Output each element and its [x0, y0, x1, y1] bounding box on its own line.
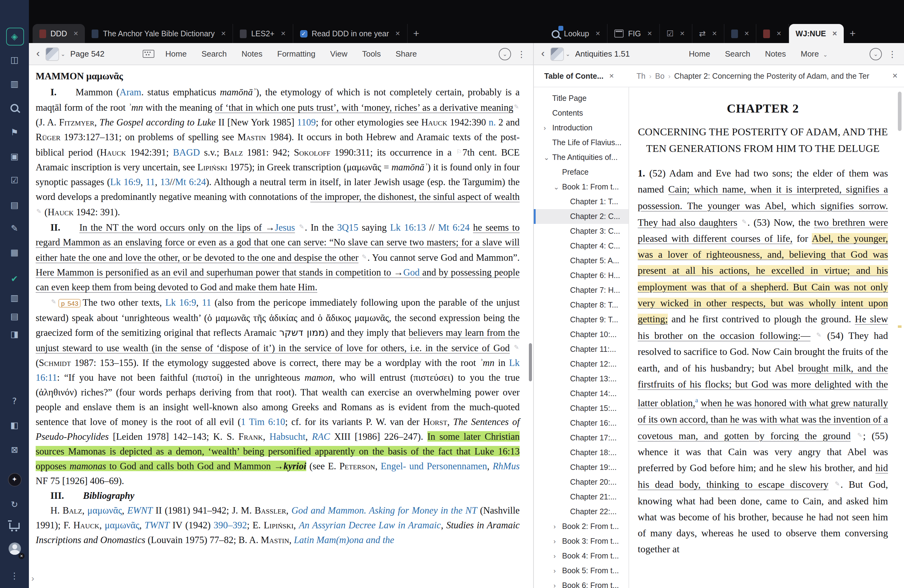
chevron-icon[interactable]: › — [553, 578, 556, 588]
toc-item[interactable]: Title Page — [534, 91, 629, 106]
toc-item[interactable]: › Book 2: From t... — [534, 519, 629, 534]
apps-grid-icon[interactable]: ▦ — [0, 245, 29, 259]
toc-item[interactable]: The Life of Flavius... — [534, 135, 629, 150]
toc-item[interactable]: Chapter 13:... — [534, 371, 629, 386]
chevron-icon[interactable]: ⌄ — [553, 180, 559, 194]
close-icon[interactable]: ✕ — [221, 30, 226, 37]
close-icon[interactable]: ✕ — [832, 30, 837, 37]
text-link[interactable]: God — [403, 267, 419, 277]
menu-search[interactable]: Search — [725, 49, 750, 58]
tab-wjnue[interactable]: WJ:NUE ✕ — [789, 24, 844, 43]
text-link[interactable]: 11 — [202, 297, 211, 308]
close-icon[interactable]: ✕ — [776, 30, 782, 37]
reference-indicator[interactable]: Antiquities 1.51 — [575, 49, 630, 58]
chevron-down-icon[interactable]: ⌄ — [60, 51, 65, 57]
toc-item[interactable]: Chapter 10:... — [534, 327, 629, 342]
toc-item[interactable]: Chapter 20:... — [534, 475, 629, 490]
checklist-icon[interactable]: ☑ — [0, 173, 29, 188]
cart-icon[interactable] — [0, 520, 29, 534]
close-icon[interactable]: ✕ — [886, 72, 904, 80]
text-link[interactable]: God and Mammon. Asking for Money in the … — [291, 505, 477, 515]
layouts-icon[interactable]: ◫ — [0, 52, 29, 67]
text-link[interactable]: 1 Tim 6:10 — [241, 416, 285, 427]
toc-item[interactable]: Chapter 12:... — [534, 357, 629, 371]
tab-parallel[interactable]: ⇄ ✕ — [692, 24, 724, 43]
toc-item[interactable]: ⌄ The Antiquities of... — [534, 150, 629, 165]
panel-expander-icon[interactable]: › — [32, 573, 34, 583]
toc-item[interactable]: Chapter 8: T... — [534, 298, 629, 313]
account-avatar[interactable]: ✕ — [0, 542, 29, 557]
keyboard-icon[interactable] — [143, 50, 154, 58]
chevron-icon[interactable]: › — [553, 519, 556, 534]
text-link[interactable]: Lk 16:9 — [165, 297, 196, 308]
tab-book-2[interactable]: ✕ — [757, 24, 789, 43]
close-icon[interactable]: ✕ — [281, 30, 286, 37]
new-tab-button[interactable]: + — [408, 24, 425, 43]
menu-tools[interactable]: Tools — [362, 49, 381, 58]
toc-item[interactable]: Preface — [534, 165, 629, 180]
toc-item[interactable]: › Book 3: From t... — [534, 534, 629, 548]
text-link[interactable]: μαμωνᾶς — [105, 520, 139, 530]
tab-anchor-yale[interactable]: The Anchor Yale Bible Dictionary ✕ — [85, 24, 233, 43]
text-link[interactable]: 3Q15 — [337, 222, 358, 232]
menu-view[interactable]: View — [330, 49, 348, 58]
text-link[interactable]: RhMus — [493, 461, 520, 471]
sync-status-icon[interactable]: ⌄ — [499, 47, 511, 60]
menu-search[interactable]: Search — [201, 49, 227, 58]
text-link[interactable]: TWNT — [144, 520, 169, 530]
media-icon[interactable]: ◨ — [0, 327, 29, 341]
menu-share[interactable]: Share — [395, 49, 417, 58]
tab-fig[interactable]: FIG ✕ — [608, 24, 659, 43]
toc-item[interactable]: Chapter 11:... — [534, 342, 629, 357]
toc-item[interactable]: Chapter 2: C... — [534, 209, 629, 224]
close-icon[interactable]: ✕ — [712, 30, 717, 37]
scrollbar-thumb[interactable] — [898, 92, 902, 131]
back-button[interactable]: ‹ — [534, 47, 550, 60]
close-icon[interactable]: ✕ — [744, 30, 749, 37]
toc-item[interactable]: Chapter 3: C... — [534, 224, 629, 239]
text-link[interactable]: BAGD — [173, 147, 200, 158]
close-icon[interactable]: ✕ — [647, 30, 653, 37]
menu-home[interactable]: Home — [166, 49, 186, 58]
document-icon[interactable]: ▤ — [0, 198, 29, 212]
text-link[interactable]: Mt 6:24 — [175, 177, 206, 187]
chevron-icon[interactable]: › — [544, 120, 546, 135]
more-icon[interactable]: ⋮ — [0, 568, 29, 583]
help-icon[interactable]: ? — [0, 394, 29, 408]
close-icon[interactable]: ✕ — [680, 30, 685, 37]
guides-icon[interactable]: ⚑ — [0, 125, 29, 140]
library-3-icon[interactable]: ▤ — [0, 309, 29, 324]
menu-home[interactable]: Home — [689, 49, 710, 58]
toc-item[interactable]: Chapter 19:... — [534, 460, 629, 475]
toc-item[interactable]: ⌄ Book 1: From t... — [534, 180, 629, 194]
sync-status-icon[interactable]: ⌄ — [869, 47, 882, 60]
text-link[interactable]: Aram — [120, 87, 141, 97]
search-icon[interactable] — [0, 100, 29, 115]
tasks-check-icon[interactable]: ✔ — [0, 271, 29, 286]
tab-lookup[interactable]: Lookup ✕ — [545, 24, 608, 43]
text-link[interactable]: a — [695, 397, 698, 403]
toc-item[interactable]: Contents — [534, 106, 629, 120]
library-icon[interactable]: ▥ — [0, 76, 29, 91]
toc-item[interactable]: Chapter 5: A... — [534, 253, 629, 268]
text-link[interactable]: Lk 16:9 — [110, 177, 141, 187]
toc-item[interactable]: › Introduction — [534, 120, 629, 135]
scrollbar-thumb[interactable] — [529, 343, 532, 381]
chevron-icon[interactable]: ⌄ — [544, 150, 549, 165]
workspace-icon[interactable]: ◈ — [0, 29, 29, 44]
menu-formatting[interactable]: Formatting — [277, 49, 316, 58]
resource-thumbnail[interactable] — [45, 47, 59, 60]
text-link[interactable]: n. — [488, 117, 496, 127]
page-indicator[interactable]: Page 542 — [70, 49, 104, 58]
resource-thumbnail[interactable] — [550, 47, 564, 60]
text-link[interactable]: 13 — [160, 177, 170, 187]
text-link[interactable]: Engel- und Personennamen — [381, 461, 487, 471]
toc-item[interactable]: Chapter 21:... — [534, 490, 629, 504]
text-link[interactable]: An Assyrian Decree Law in Aramaic — [299, 520, 441, 530]
menu-notes[interactable]: Notes — [765, 49, 786, 58]
chevron-icon[interactable]: › — [553, 548, 556, 563]
layout-2-icon[interactable]: ◧ — [0, 417, 29, 432]
panel-menu-icon[interactable]: ⋮ — [517, 49, 526, 59]
text-link[interactable]: 1109 — [297, 117, 316, 127]
text-link[interactable]: EWNT — [127, 505, 153, 515]
